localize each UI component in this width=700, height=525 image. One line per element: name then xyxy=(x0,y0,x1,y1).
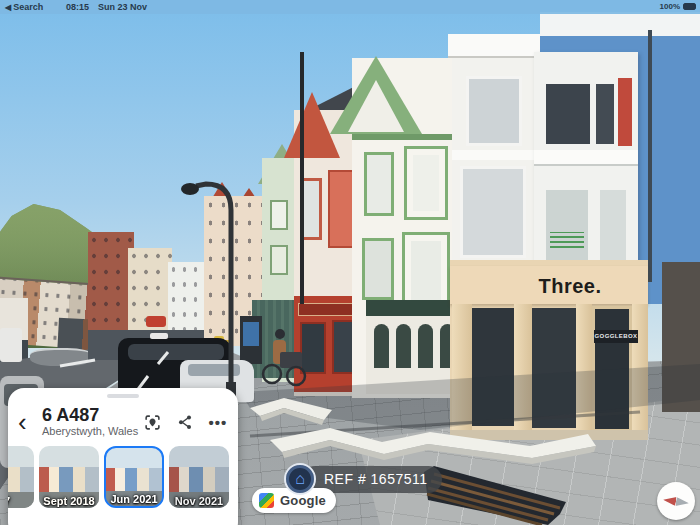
lower-window xyxy=(600,190,626,262)
needle-south xyxy=(675,497,689,508)
place-card: ‹ 6 A487 Aberystwyth, Wales xyxy=(8,388,238,525)
share-icon xyxy=(177,414,193,430)
date: Sun 23 Nov xyxy=(98,2,147,12)
back-button[interactable]: ‹ xyxy=(18,411,38,433)
google-label: Google xyxy=(280,493,326,508)
clock: 08:15 xyxy=(66,2,89,12)
suv-windows xyxy=(128,344,224,360)
place-titles: 6 A487 Aberystwyth, Wales xyxy=(38,406,142,438)
street-view-screen: Three. GOGGLEBOX xyxy=(0,0,700,525)
window xyxy=(270,200,288,230)
thumbnail-label: Sept 2018 xyxy=(39,495,99,507)
compass-button[interactable] xyxy=(657,482,695,520)
sash-window xyxy=(596,84,614,144)
back-arrow-icon: ◀ xyxy=(5,3,11,12)
arch-window xyxy=(374,324,389,368)
battery-percent: 100% xyxy=(660,2,680,11)
thumbnail-label: Jun 2021 xyxy=(106,493,162,505)
back-to-search-link[interactable]: ◀ Search xyxy=(5,2,43,12)
lamp-pole xyxy=(300,52,304,304)
window xyxy=(364,152,394,216)
share-button[interactable] xyxy=(175,412,195,432)
back-app-label: Search xyxy=(13,2,43,12)
place-card-header: ‹ 6 A487 Aberystwyth, Wales xyxy=(8,402,238,442)
card-actions: ••• xyxy=(142,412,228,432)
battery-icon xyxy=(683,3,696,10)
kiosk-screen xyxy=(243,322,259,346)
needle-north xyxy=(663,495,677,506)
white-van xyxy=(0,328,22,362)
place-title: 6 A487 xyxy=(42,406,142,425)
window xyxy=(270,245,288,275)
shop-step xyxy=(450,430,648,440)
bay-window xyxy=(460,166,526,258)
thumbnail-label: Nov 2021 xyxy=(169,495,229,507)
battery-status: 100% xyxy=(660,2,696,11)
three-store-sign: Three. xyxy=(505,274,635,298)
ref-badge: ⌂ REF # 1657511 xyxy=(284,463,442,495)
arch-window xyxy=(418,324,433,368)
gogglebox-window-sign: GOGGLEBOX xyxy=(594,330,638,343)
lower-window xyxy=(546,190,588,262)
bay-window xyxy=(404,146,448,220)
status-bar: ◀ Search 08:15 Sun 23 Nov 100% xyxy=(0,0,700,14)
red-car xyxy=(146,316,166,327)
thumbnail-2017[interactable]: 17 xyxy=(8,446,34,508)
compass-needle-icon xyxy=(663,495,690,508)
thumbnail-nov-2021[interactable]: Nov 2021 xyxy=(169,446,229,508)
window xyxy=(362,238,394,300)
thumbnail-jun-2021-selected[interactable]: Jun 2021 xyxy=(104,446,164,508)
car-windows xyxy=(188,364,240,376)
sash-window xyxy=(546,84,590,144)
more-options-button[interactable]: ••• xyxy=(208,412,228,432)
red-door-panel xyxy=(618,78,632,146)
thumbnail-label: 17 xyxy=(8,495,34,507)
white-parapet xyxy=(540,12,700,36)
green-cornice xyxy=(352,134,464,140)
google-maps-icon xyxy=(259,493,274,508)
date-thumbnail-strip: 17 Sept 2018 Jun 2021 Nov 2021 xyxy=(8,446,234,508)
bay-cornice xyxy=(534,150,638,164)
taxi-roof-sign xyxy=(150,333,168,339)
green-window-lettering xyxy=(550,232,584,248)
scan-location-button[interactable] xyxy=(142,412,162,432)
house-radar-icon: ⌂ xyxy=(284,463,316,495)
scan-location-icon xyxy=(144,414,161,431)
bay-window xyxy=(466,76,522,146)
arch-window xyxy=(396,324,411,368)
drainpipe xyxy=(648,30,652,282)
shop-window xyxy=(300,322,326,374)
thumbnail-sept-2018[interactable]: Sept 2018 xyxy=(39,446,99,508)
place-subtitle: Aberystwyth, Wales xyxy=(42,425,142,438)
drag-handle[interactable] xyxy=(107,394,139,398)
traffic-island xyxy=(30,348,92,366)
